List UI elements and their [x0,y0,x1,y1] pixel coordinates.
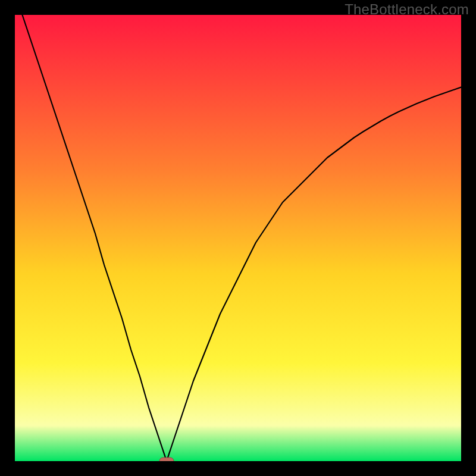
bottleneck-chart [15,15,461,461]
chart-frame: TheBottleneck.com [0,0,476,476]
plot-area [15,15,461,461]
watermark-text: TheBottleneck.com [345,1,469,18]
gradient-bg [15,15,461,461]
minimum-marker [159,458,174,461]
